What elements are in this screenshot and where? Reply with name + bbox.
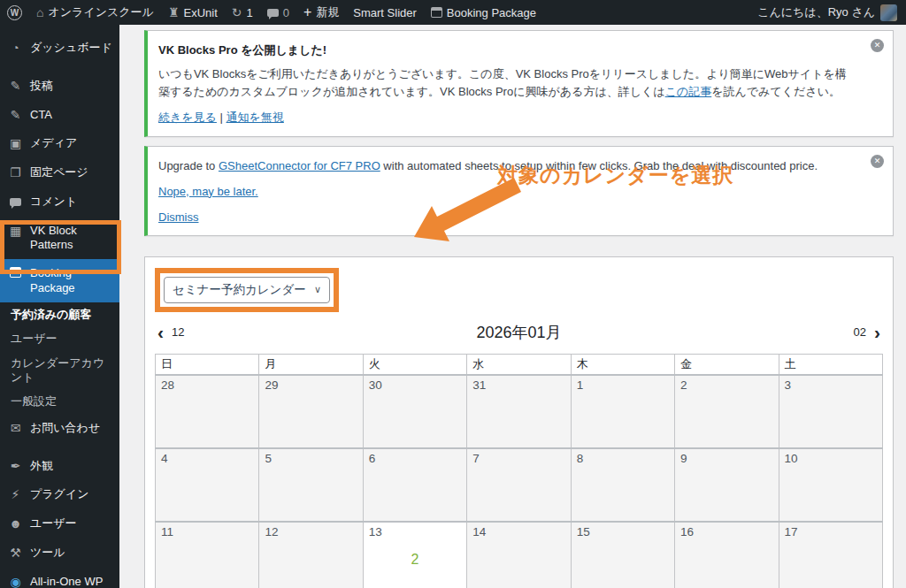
calendar-select[interactable]: セミナー予約カレンダー ∨: [164, 277, 330, 303]
sidebar-item[interactable]: ☻ユーザー: [0, 509, 119, 538]
sidebar-item-label: VK Block Patterns: [30, 224, 114, 253]
day-number: 10: [785, 452, 798, 465]
sidebar-item-label: Booking Package: [30, 266, 114, 295]
sidebar-item[interactable]: ✉お問い合わせ: [0, 414, 119, 443]
smart-slider-menu[interactable]: Smart Slider: [346, 0, 424, 25]
sidebar-item-label: メディア: [30, 136, 77, 150]
day-number: 28: [161, 378, 174, 392]
day-number: 5: [265, 452, 272, 465]
sidebar-item[interactable]: ▣メディア: [0, 129, 119, 158]
calendar-day-cell[interactable]: 9: [675, 448, 779, 522]
booking-count[interactable]: 2: [369, 552, 461, 568]
day-number: 4: [161, 452, 168, 465]
nope-later-link[interactable]: Nope, may be later.: [158, 183, 258, 201]
day-number: 29: [265, 378, 278, 392]
day-number: 13: [369, 525, 382, 538]
calendar-day-cell[interactable]: 16: [675, 522, 779, 588]
notice-article-link[interactable]: この記事: [665, 85, 712, 98]
sidebar-item[interactable]: ✒外観: [0, 452, 119, 481]
calendar-day-cell[interactable]: 14: [467, 522, 571, 588]
migration-icon: ◉: [8, 575, 23, 588]
calendar-day-cell[interactable]: 132: [363, 522, 466, 588]
sidebar-item[interactable]: Booking Package: [0, 259, 119, 302]
dismiss-link[interactable]: Dismiss: [158, 209, 199, 226]
sidebar-subitem[interactable]: ユーザー: [0, 326, 119, 351]
sidebar-item[interactable]: ◔ダッシュボード: [0, 34, 119, 63]
wordpress-logo-icon: W: [7, 5, 22, 20]
calendar-week-row: 111213214151617: [156, 522, 883, 588]
calendar-day-cell[interactable]: 7: [467, 448, 571, 522]
updates-icon: ↻: [232, 6, 242, 19]
calendar-day-cell[interactable]: 4: [156, 448, 259, 522]
gsheet-pro-link[interactable]: GSheetConnector for CF7 PRO: [219, 159, 380, 172]
calendar-day-cell[interactable]: 17: [779, 522, 882, 588]
admin-content: VK Blocks Pro を公開しました! いつもVK Blocksをご利用い…: [119, 25, 906, 588]
sidebar-item-label: ツール: [30, 546, 65, 560]
day-number: 8: [577, 452, 584, 465]
day-number: 7: [472, 452, 480, 465]
calendar-day-cell[interactable]: 11: [156, 522, 259, 588]
sidebar-item[interactable]: ⚒ツール: [0, 538, 119, 568]
calendar-day-cell[interactable]: 15: [571, 522, 674, 588]
sidebar-item[interactable]: ⚡プラグイン: [0, 480, 119, 509]
booking-calendar-card: セミナー予約カレンダー ∨ ‹ 12 2026年01月 02 › 日月火水木金土…: [144, 256, 894, 588]
sidebar-item-label: All-in-One WP Migration: [30, 575, 114, 588]
day-number: 31: [472, 378, 486, 392]
calendar-day-cell[interactable]: 5: [259, 448, 363, 522]
calendar-day-cell[interactable]: 3: [779, 375, 882, 448]
calendar-icon: [431, 7, 442, 18]
sidebar-item-label: 固定ページ: [30, 165, 88, 179]
wordpress-menu[interactable]: W: [0, 0, 29, 25]
booking-calendar-table: 日月火水木金土 28293031123456789101112132141516…: [155, 354, 883, 588]
notice-body: いつもVK Blocksをご利用いただきありがとうございます。この度、VK Bl…: [158, 65, 857, 101]
close-icon[interactable]: ✕: [871, 155, 884, 168]
site-name: オンラインスクール: [48, 4, 153, 20]
close-icon[interactable]: ✕: [871, 39, 884, 52]
updates-link[interactable]: ↻ 1: [225, 0, 260, 25]
ignore-notice-link[interactable]: 通知を無視: [226, 111, 284, 124]
user-avatar[interactable]: [880, 4, 897, 21]
calendar-day-cell[interactable]: 8: [571, 448, 674, 522]
booking-package-menu[interactable]: Booking Package: [424, 0, 543, 25]
brush-icon: ✒: [8, 459, 23, 474]
calendar-day-cell[interactable]: 10: [779, 448, 882, 522]
day-number: 9: [680, 452, 687, 465]
comments-link[interactable]: 0: [260, 0, 296, 25]
sidebar-item-label: プラグイン: [30, 487, 89, 501]
sidebar-item[interactable]: ❐固定ページ: [0, 158, 119, 187]
howdy-greeting[interactable]: こんにちは、Ryo さん: [757, 4, 875, 20]
calendar-day-cell[interactable]: 31: [467, 375, 571, 448]
comments-icon: [8, 195, 23, 210]
blocks-icon: ▦: [8, 224, 23, 239]
admin-bar: W ⌂ オンラインスクール ♜ ExUnit ↻ 1 0 + 新規 Smart …: [0, 0, 906, 25]
sidebar-subitem[interactable]: カレンダーアカウント: [0, 351, 119, 389]
calendar-day-cell[interactable]: 1: [571, 375, 674, 448]
sidebar-subitem[interactable]: 予約済みの顧客: [0, 302, 119, 327]
weekday-header: 日: [156, 354, 259, 375]
sidebar-item[interactable]: ◉All-in-One WP Migration: [0, 568, 119, 588]
day-number: 11: [161, 525, 173, 538]
weekday-header: 金: [675, 354, 779, 375]
admin-sidebar: ◔ダッシュボード✎投稿✎CTA▣メディア❐固定ページコメント▦VK Block …: [0, 25, 119, 588]
calendar-day-cell[interactable]: 29: [259, 375, 363, 448]
sidebar-item[interactable]: コメント: [0, 187, 119, 217]
calendar-day-cell[interactable]: 12: [259, 522, 363, 588]
calendar-day-cell[interactable]: 28: [156, 375, 259, 448]
read-more-link[interactable]: 続きを見る: [158, 111, 217, 124]
exunit-menu[interactable]: ♜ ExUnit: [161, 0, 225, 25]
sidebar-item-label: 投稿: [30, 79, 53, 93]
sidebar-item[interactable]: ▦VK Block Patterns: [0, 217, 119, 260]
sidebar-item-label: ユーザー: [30, 516, 77, 531]
calendar-day-cell[interactable]: 2: [675, 375, 779, 448]
new-content-menu[interactable]: + 新規: [296, 0, 346, 25]
weekday-header: 月: [259, 354, 363, 375]
day-number: 16: [680, 525, 694, 538]
site-name-link[interactable]: ⌂ オンラインスクール: [29, 0, 161, 25]
calendar-day-cell[interactable]: 6: [363, 448, 466, 522]
sidebar-subitem[interactable]: 一般設定: [0, 389, 119, 414]
plus-icon: +: [303, 5, 311, 19]
dashboard-icon: ◔: [8, 41, 23, 56]
sidebar-item[interactable]: ✎投稿: [0, 72, 119, 101]
sidebar-item[interactable]: ✎CTA: [0, 101, 119, 130]
calendar-day-cell[interactable]: 30: [363, 375, 466, 448]
